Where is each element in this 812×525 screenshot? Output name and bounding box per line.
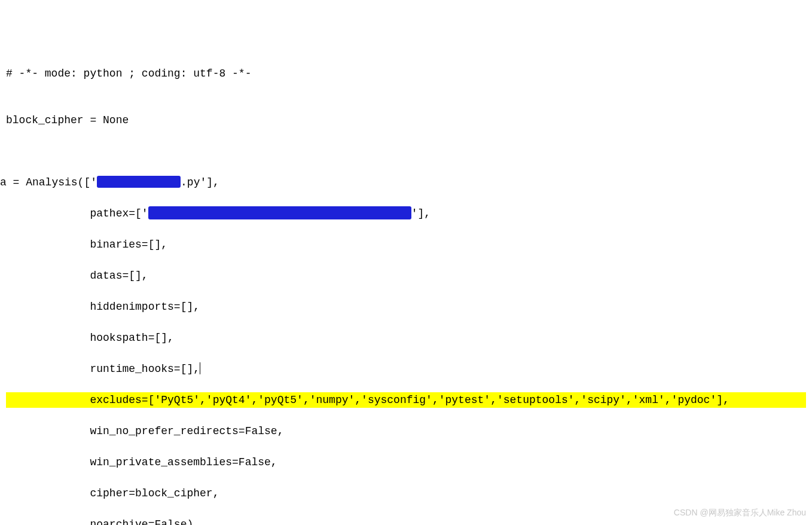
redaction-block [97, 176, 181, 188]
code-line: win_private_assemblies=False, [6, 454, 806, 470]
code-line: win_no_prefer_redirects=False, [6, 423, 806, 439]
code-line: # -*- mode: python ; coding: utf-8 -*- [6, 66, 806, 81]
code-line: datas=[], [6, 268, 806, 283]
code-text: '], [411, 207, 431, 219]
code-text: pathex=[' [6, 207, 148, 219]
redaction-block [148, 206, 411, 219]
code-text: runtime_hooks=[], [6, 363, 200, 375]
text-cursor [200, 362, 200, 374]
code-line: hiddenimports=[], [6, 299, 806, 315]
code-text: a = Analysis([' [0, 176, 97, 188]
code-line: binaries=[], [6, 237, 806, 252]
watermark: CSDN @网易独家音乐人Mike Zhou [674, 505, 806, 520]
code-line: block_cipher = None [6, 112, 806, 128]
code-line-runtime-hooks: runtime_hooks=[], [6, 361, 806, 377]
code-text: .py'], [181, 176, 219, 188]
code-line-pathex: pathex=[''], [6, 206, 806, 221]
code-line-analysis: a = Analysis(['.py'], [6, 175, 806, 190]
code-line-excludes-highlighted: excludes=['PyQt5','pyQt4','pyQt5','numpy… [6, 392, 806, 408]
code-line: cipher=block_cipher, [6, 486, 806, 501]
code-line: hookspath=[], [6, 330, 806, 346]
